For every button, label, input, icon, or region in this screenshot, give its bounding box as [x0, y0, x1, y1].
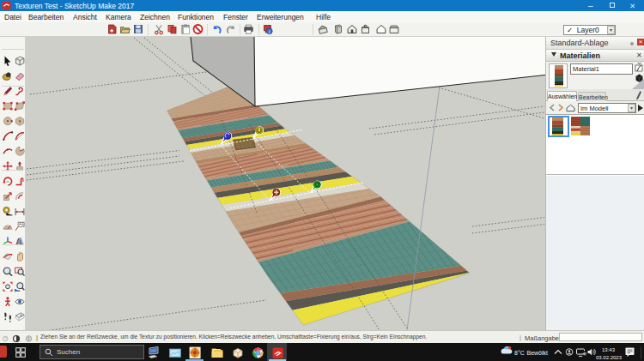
svg-text:8°C: 8°C: [514, 350, 525, 356]
svg-text:13:43: 13:43: [602, 347, 616, 352]
svg-text:i: i: [269, 28, 270, 34]
svg-text:?: ?: [4, 336, 7, 341]
svg-text:03.02.2023: 03.02.2023: [596, 355, 623, 360]
svg-text:Bewölkt: Bewölkt: [527, 350, 549, 356]
svg-text:A1: A1: [19, 222, 24, 226]
